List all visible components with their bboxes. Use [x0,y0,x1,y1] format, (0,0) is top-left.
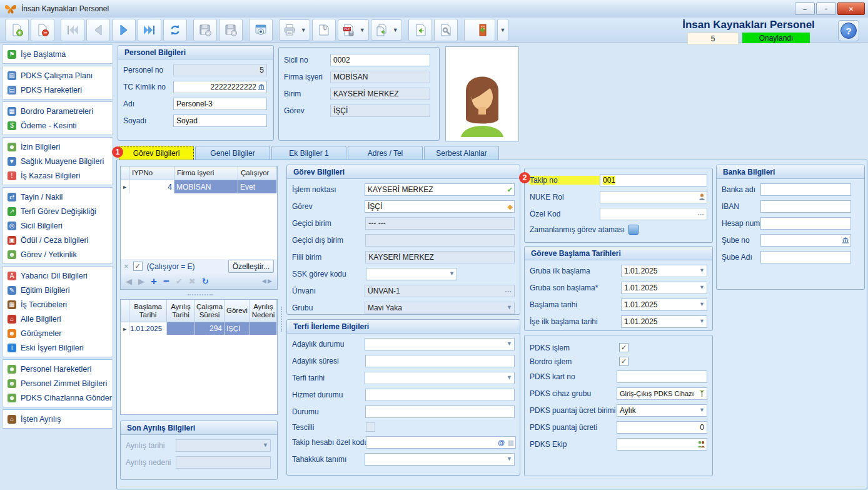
ellipsis-icon[interactable]: … [505,286,512,293]
islem-noktasi-field[interactable] [365,183,515,196]
nav-prev-icon[interactable]: ◀ [126,277,132,285]
transfer-dropdown-arrow[interactable]: ▼ [393,27,398,33]
exit-dropdown-arrow[interactable]: ▼ [497,19,508,41]
sidebar-item-tayin-nakil[interactable]: ⇄Tayin / Nakil [3,190,113,204]
tab-serbest-alanlar[interactable]: Serbest Alanlar [424,146,499,160]
gorev-input-field[interactable] [365,200,515,213]
new-record-button[interactable] [5,19,29,41]
terfi-tarihi-dropdown[interactable] [365,372,515,384]
grubu-dropdown[interactable] [365,302,515,314]
pdks-puantaj-ucreti-field[interactable] [617,421,707,434]
iban-field[interactable] [760,200,851,213]
sidebar-item-odul-ceza[interactable]: ▣Ödül / Ceza bilgileri [3,233,113,247]
sidebar-item-yabanci-dil[interactable]: AYabancı Dil Bilgileri [3,268,113,283]
bank-icon[interactable] [258,83,265,91]
print-dropdown-arrow[interactable]: ▼ [301,27,306,33]
sidebar-item-aile[interactable]: ⌂Aile Bilgileri [3,312,113,326]
sidebar-item-ise-baslatma[interactable]: ⚑İşe Başlatma [3,47,113,61]
next-record-button[interactable] [112,19,136,41]
previous-record-button[interactable] [86,19,110,41]
sidebar-item-personel-zimmet[interactable]: ☻Personel Zimmet Bilgileri [3,376,113,390]
adaylik-durumu-dropdown[interactable] [365,338,515,350]
save-button[interactable] [193,19,217,41]
customize-button[interactable]: Özelleştir... [228,260,274,273]
tab-adres-tel[interactable]: Adres / Tel [348,146,423,160]
vertical-splitter[interactable] [281,307,282,332]
at-icon[interactable]: @ [498,439,505,446]
tag-icon[interactable]: ◆ [508,203,513,210]
ise-ilk-baslama-date[interactable] [621,315,707,328]
ellipsis-icon[interactable]: … [697,209,705,217]
baslama-tarihi-date[interactable] [621,299,707,311]
double-check-icon[interactable]: ✔ [507,186,513,193]
attachment-button[interactable] [312,19,336,41]
soyadi-field[interactable] [173,115,267,127]
ozel-kod-field[interactable] [600,208,707,220]
nav-pager-icons[interactable]: ◀ ▶ [262,278,272,284]
tahakkuk-tanimi-dropdown[interactable] [365,453,515,466]
banka-adi-field[interactable] [760,183,851,196]
pdks-puantaj-birimi-dropdown[interactable] [617,404,707,417]
bordro-islem-checkbox[interactable]: ✓ [619,357,628,366]
sidebar-item-terfi-gorev[interactable]: ↗Terfi Görev Değişikliği [3,204,113,218]
filter-checkbox[interactable]: ✓ [133,262,143,271]
nav-cancel-icon[interactable]: ✖ [189,277,196,285]
tc-kimlik-field[interactable] [173,81,267,93]
horizontal-splitter[interactable] [188,294,213,295]
sidebar-item-gorusmeler[interactable]: ☻Görüşmeler [3,326,113,340]
pdks-islem-checkbox[interactable]: ✓ [619,343,628,352]
nav-ok-icon[interactable]: ✔ [176,277,183,285]
save-cancel-button[interactable] [219,19,243,41]
sidebar-item-pdks-cihazlarina[interactable]: ☻PDKS Cihazlarına Gönder [3,390,113,405]
card-eye-icon[interactable]: ▥ [508,439,514,446]
hesap-num-field[interactable] [760,217,851,230]
sidebar-item-gorev-yetkinlik[interactable]: ☻Görev / Yetkinlik [3,247,113,262]
pdks-cihaz-grubu-field[interactable] [617,387,707,400]
filter-close-icon[interactable]: × [124,262,129,271]
antenna-icon[interactable] [699,389,705,398]
gruba-son-baslama-date[interactable] [621,282,707,294]
ssk-gorev-kodu-dropdown[interactable] [366,268,457,280]
gruba-ilk-baslama-date[interactable] [621,265,707,277]
takip-hesabi-field[interactable] [366,436,516,449]
sidebar-item-odeme-kesinti[interactable]: $Ödeme - Kesinti [3,118,113,133]
sidebar-item-eski-isyeri[interactable]: iEski İşyeri Bilgileri [3,340,113,355]
table-row[interactable]: ▸ 4 MOBİSAN Evet [121,180,277,193]
nuke-rol-field[interactable] [600,191,707,203]
preview-button[interactable] [249,19,273,41]
minimize-button[interactable]: – [795,3,815,15]
help-button[interactable]: ? [838,20,859,41]
print-button[interactable]: ▼ [279,19,310,41]
pdf-dropdown-arrow[interactable]: ▼ [360,27,365,33]
last-record-button[interactable] [138,19,161,41]
pdks-kart-no-field[interactable] [617,370,707,383]
delete-record-button[interactable] [31,19,54,41]
bank-icon[interactable] [842,237,849,245]
unvani-field[interactable] [365,285,515,297]
scheduled-task-icon[interactable] [628,225,638,235]
tab-genel-bilgiler[interactable]: Genel Bilgiler [195,146,270,160]
person-lookup-icon[interactable] [699,193,705,202]
sicil-no-field[interactable] [330,54,430,66]
first-record-button[interactable] [61,19,84,41]
transfer-button[interactable]: ▼ [371,19,402,41]
tools-button[interactable] [434,19,458,41]
sidebar-item-egitim[interactable]: ✎Eğitim Bilgileri [3,283,113,297]
tab-ek-bilgiler-1[interactable]: Ek Bilgiler 1 [271,146,346,160]
maximize-button[interactable]: ▫ [816,3,836,15]
revert-button[interactable] [408,19,432,41]
durumu-field[interactable] [365,406,515,418]
sidebar-item-saglik-muayene[interactable]: ♥Sağlık Muayene Bilgileri [3,154,113,168]
nav-next-icon[interactable]: ▶ [138,277,144,285]
sidebar-item-is-kazasi[interactable]: !İş Kazası Bilgileri [3,168,113,183]
sidebar-item-sicil-bilgileri[interactable]: ◎Sicil Bilgileri [3,218,113,233]
nav-remove-icon[interactable]: − [163,276,169,287]
sidebar-item-isten-ayrilis[interactable]: ⌂İşten Ayrılış [3,412,113,426]
sidebar-item-pdks-hareketleri[interactable]: ▤PDKS Hareketleri [3,83,113,97]
refresh-button[interactable] [163,19,187,41]
adi-field[interactable] [173,98,267,110]
sidebar-item-pdks-calisma-plani[interactable]: ▤PDKS Çalışma Planı [3,68,113,83]
pdf-export-button[interactable]: PDF ▼ [338,19,369,41]
takip-no-field[interactable]: 001 [600,174,707,186]
sube-adi-field[interactable] [760,251,851,263]
